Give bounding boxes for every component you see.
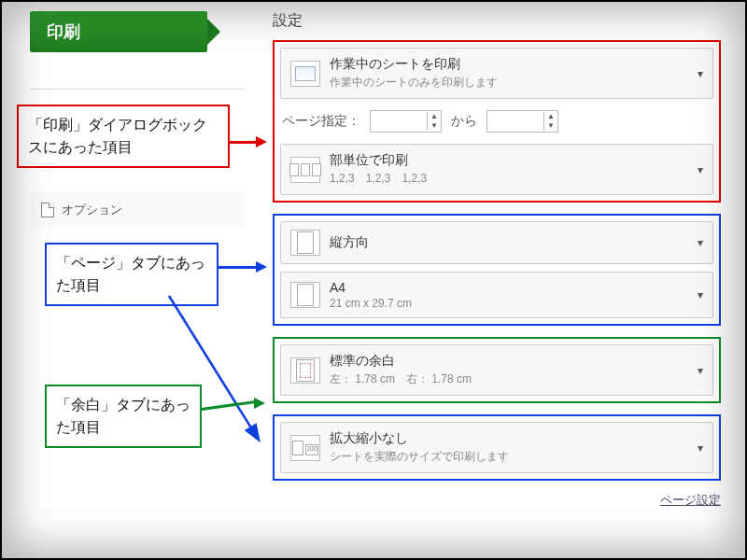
callout-page-tab: 「ページ」タブにあった項目 (45, 243, 218, 306)
paper-sub: 21 cm x 29.7 cm (330, 297, 688, 310)
orientation-title: 縦方向 (330, 234, 688, 251)
page-from-spinner[interactable]: ▲ ▼ (370, 110, 442, 133)
print-settings-panel: 設定 作業中のシートを印刷 作業中のシートのみを印刷します ▾ ページ指定： ▲… (273, 11, 721, 509)
setting-scaling[interactable]: 100 拡大縮小なし シートを実際のサイズで印刷します ▾ (280, 422, 713, 473)
scaling-icon: 100 (290, 435, 320, 461)
sidebar-tab-print[interactable]: 印刷 (30, 11, 207, 52)
paper-icon (290, 282, 320, 308)
setting-orientation[interactable]: 縦方向 ▾ (280, 221, 713, 264)
setting-collate[interactable]: 部単位で印刷 1,2,3 1,2,3 1,2,3 ▾ (280, 144, 713, 195)
sidebar-tab-print-label: 印刷 (47, 22, 80, 41)
chevron-down-icon: ▾ (698, 441, 703, 455)
margins-icon (290, 357, 320, 384)
page-to-input[interactable] (487, 111, 543, 132)
page-from-input[interactable] (371, 111, 427, 132)
scaling-sub: シートを実際のサイズで印刷します (330, 449, 688, 465)
group-print-dialog-items: 作業中のシートを印刷 作業中のシートのみを印刷します ▾ ページ指定： ▲ ▼ … (273, 40, 721, 203)
paper-title: A4 (330, 280, 688, 295)
collate-sub: 1,2,3 1,2,3 1,2,3 (330, 171, 688, 187)
print-active-sub: 作業中のシートのみを印刷します (330, 75, 688, 91)
group-margin-tab-items: 標準の余白 左： 1.78 cm 右： 1.78 cm ▾ (273, 337, 721, 403)
orientation-icon (290, 230, 320, 256)
options-icon (41, 203, 54, 217)
group-page-tab-items: 縦方向 ▾ A4 21 cm x 29.7 cm ▾ (273, 214, 721, 326)
setting-margins[interactable]: 標準の余白 左： 1.78 cm 右： 1.78 cm ▾ (280, 344, 713, 396)
screenshot-frame: 印刷 オプション 設定 作業中のシートを印刷 作業中のシートのみを印刷します ▾… (0, 0, 747, 560)
collate-title: 部単位で印刷 (330, 152, 688, 169)
group-page-tab-items-2: 100 拡大縮小なし シートを実際のサイズで印刷します ▾ (273, 414, 721, 481)
arrow-to-green-group (202, 407, 267, 411)
page-to-spinner[interactable]: ▲ ▼ (486, 110, 558, 133)
page-to-down[interactable]: ▼ (544, 121, 557, 131)
chevron-down-icon: ▾ (698, 67, 703, 80)
page-setup-link[interactable]: ページ設定 (660, 493, 721, 507)
arrow-to-blue-group-1 (218, 265, 267, 269)
chevron-down-icon: ▾ (698, 288, 703, 301)
callout-margin-tab: 「余白」タブにあった項目 (45, 385, 202, 448)
margins-sub: 左： 1.78 cm 右： 1.78 cm (330, 371, 688, 387)
page-from-up[interactable]: ▲ (428, 112, 441, 121)
sidebar-item-options[interactable]: オプション (30, 192, 245, 228)
chevron-down-icon: ▾ (698, 163, 703, 176)
margins-title: 標準の余白 (330, 353, 688, 370)
sidebar-blank (30, 52, 245, 90)
print-active-title: 作業中のシートを印刷 (330, 56, 688, 73)
page-setup-link-row: ページ設定 (273, 492, 721, 509)
page-from-down[interactable]: ▼ (428, 121, 441, 131)
sidebar-item-options-label: オプション (62, 202, 122, 218)
sheet-icon (290, 61, 320, 87)
page-to-up[interactable]: ▲ (544, 112, 557, 121)
settings-heading: 設定 (273, 11, 721, 31)
setting-paper-size[interactable]: A4 21 cm x 29.7 cm ▾ (280, 272, 713, 318)
chevron-down-icon: ▾ (698, 364, 703, 377)
page-range-separator: から (451, 113, 477, 130)
callout-print-dialog: 「印刷」ダイアログボックスにあった項目 (17, 105, 230, 168)
scaling-title: 拡大縮小なし (330, 430, 688, 447)
chevron-down-icon: ▾ (698, 236, 703, 249)
page-range-label: ページ指定： (282, 113, 360, 130)
collate-icon (290, 157, 320, 183)
page-range-row: ページ指定： ▲ ▼ から ▲ ▼ (280, 106, 713, 136)
setting-print-active-sheet[interactable]: 作業中のシートを印刷 作業中のシートのみを印刷します ▾ (280, 48, 713, 99)
